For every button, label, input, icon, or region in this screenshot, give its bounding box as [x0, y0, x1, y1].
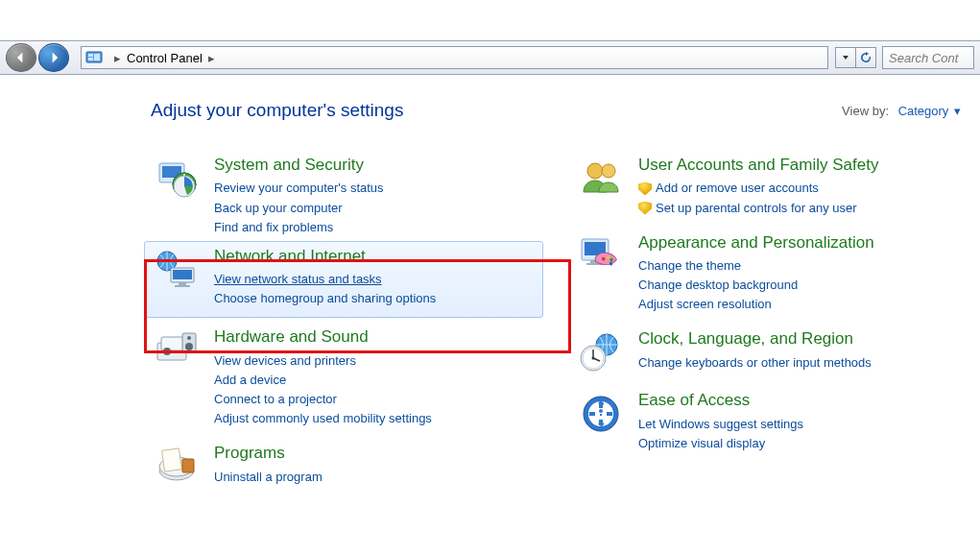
- category-link[interactable]: View network status and tasks: [214, 270, 537, 289]
- chevron-down-icon: ▾: [954, 104, 961, 118]
- category-link[interactable]: Optimize visual display: [638, 434, 961, 453]
- arrow-right-icon: [47, 51, 60, 64]
- category-title-programs[interactable]: Programs: [214, 444, 537, 463]
- svg-rect-11: [173, 270, 192, 279]
- category-link[interactable]: Add a device: [214, 371, 537, 390]
- category-title-network-internet[interactable]: Network and Internet: [214, 247, 537, 266]
- category-link[interactable]: Set up parental controls for any user: [638, 199, 961, 218]
- forward-button[interactable]: [38, 43, 69, 72]
- refresh-button[interactable]: [855, 47, 876, 68]
- category-programs: ProgramsUninstall a program: [151, 438, 537, 499]
- category-link[interactable]: Adjust screen resolution: [638, 295, 961, 314]
- header-row: Adjust your computer's settings View by:…: [151, 100, 961, 121]
- category-column-right: User Accounts and Family SafetyAdd or re…: [575, 150, 961, 499]
- category-link[interactable]: Change desktop background: [638, 276, 961, 295]
- search-placeholder: Search Cont: [889, 51, 958, 65]
- category-body: ProgramsUninstall a program: [214, 444, 537, 490]
- category-title-user-accounts[interactable]: User Accounts and Family Safety: [638, 156, 961, 175]
- category-link[interactable]: Connect to a projector: [214, 390, 537, 409]
- category-link[interactable]: Uninstall a program: [214, 468, 537, 487]
- svg-rect-45: [607, 412, 612, 416]
- svg-rect-2: [88, 58, 93, 60]
- category-body: System and SecurityReview your computer'…: [214, 156, 537, 237]
- address-history-button[interactable]: [835, 47, 856, 68]
- appearance-icon: [575, 233, 627, 279]
- view-by-label: View by:: [842, 104, 889, 118]
- view-by[interactable]: View by: Category ▾: [842, 104, 961, 118]
- system-security-icon: [151, 156, 203, 202]
- user-accounts-icon: [575, 156, 627, 202]
- svg-point-25: [587, 163, 603, 179]
- svg-point-26: [602, 164, 615, 178]
- category-system-security: System and SecurityReview your computer'…: [151, 150, 537, 247]
- svg-point-16: [163, 348, 171, 355]
- back-button[interactable]: [6, 43, 36, 72]
- control-panel-icon: [85, 49, 103, 66]
- svg-point-42: [599, 409, 603, 413]
- category-body: Ease of AccessLet Windows suggest settin…: [638, 391, 961, 453]
- programs-icon: [151, 444, 203, 490]
- ease-of-access-icon: [575, 391, 627, 437]
- category-appearance: Appearance and PersonalizationChange the…: [575, 228, 961, 325]
- svg-rect-3: [94, 54, 100, 60]
- category-link[interactable]: Let Windows suggest settings: [638, 415, 961, 434]
- category-user-accounts: User Accounts and Family SafetyAdd or re…: [575, 150, 961, 228]
- svg-rect-12: [179, 282, 186, 285]
- category-body: Hardware and SoundView devices and print…: [214, 327, 537, 428]
- clock-language-icon: [575, 329, 627, 375]
- page-title: Adjust your computer's settings: [151, 100, 403, 121]
- refresh-icon: [860, 52, 872, 63]
- category-link[interactable]: Change the theme: [638, 256, 961, 276]
- chevron-right-icon: ▸: [208, 51, 215, 65]
- chevron-down-icon: [842, 54, 849, 61]
- arrow-left-icon: [14, 51, 28, 64]
- category-title-clock-language[interactable]: Clock, Language, and Region: [638, 329, 961, 349]
- category-link[interactable]: Review your computer's status: [214, 179, 537, 198]
- category-link[interactable]: Choose homegroup and sharing options: [214, 289, 537, 308]
- svg-rect-24: [182, 459, 194, 472]
- breadcrumb-root[interactable]: Control Panel: [127, 51, 203, 65]
- svg-rect-1: [88, 54, 93, 57]
- address-bar[interactable]: ▸ Control Panel ▸: [81, 46, 828, 69]
- navbar: ▸ Control Panel ▸ Search Cont: [0, 40, 980, 75]
- svg-rect-44: [589, 412, 595, 416]
- category-link[interactable]: Change keyboards or other input methods: [638, 353, 961, 373]
- category-link[interactable]: Add or remove user accounts: [638, 179, 961, 198]
- chevron-right-icon: ▸: [114, 51, 121, 65]
- svg-rect-13: [175, 285, 190, 287]
- category-network-internet: Network and InternetView network status …: [144, 241, 543, 319]
- category-body: Network and InternetView network status …: [214, 247, 537, 309]
- category-body: Clock, Language, and RegionChange keyboa…: [638, 329, 961, 375]
- svg-rect-23: [162, 448, 182, 471]
- category-title-hardware-sound[interactable]: Hardware and Sound: [214, 327, 537, 347]
- category-link[interactable]: Find and fix problems: [214, 218, 537, 237]
- category-link[interactable]: View devices and printers: [214, 351, 537, 371]
- category-title-ease-of-access[interactable]: Ease of Access: [638, 391, 961, 410]
- category-hardware-sound: Hardware and SoundView devices and print…: [151, 322, 537, 438]
- view-by-value: Category: [898, 104, 949, 118]
- category-title-appearance[interactable]: Appearance and Personalization: [638, 233, 961, 253]
- content-pane: Adjust your computer's settings View by:…: [26, 77, 980, 555]
- hardware-sound-icon: [151, 327, 203, 374]
- category-columns: System and SecurityReview your computer'…: [151, 150, 961, 499]
- search-input[interactable]: Search Cont: [882, 46, 974, 69]
- category-link[interactable]: Back up your computer: [214, 199, 537, 218]
- category-column-left: System and SecurityReview your computer'…: [151, 150, 537, 499]
- category-body: Appearance and PersonalizationChange the…: [638, 233, 961, 315]
- category-clock-language: Clock, Language, and RegionChange keyboa…: [575, 324, 961, 385]
- category-title-system-security[interactable]: System and Security: [214, 156, 537, 175]
- network-internet-icon: [151, 247, 203, 293]
- category-ease-of-access: Ease of AccessLet Windows suggest settin…: [575, 385, 961, 463]
- category-link[interactable]: Adjust commonly used mobility settings: [214, 409, 537, 428]
- svg-point-19: [187, 336, 191, 340]
- category-body: User Accounts and Family SafetyAdd or re…: [638, 156, 961, 218]
- svg-point-38: [592, 357, 595, 360]
- svg-point-18: [185, 343, 193, 350]
